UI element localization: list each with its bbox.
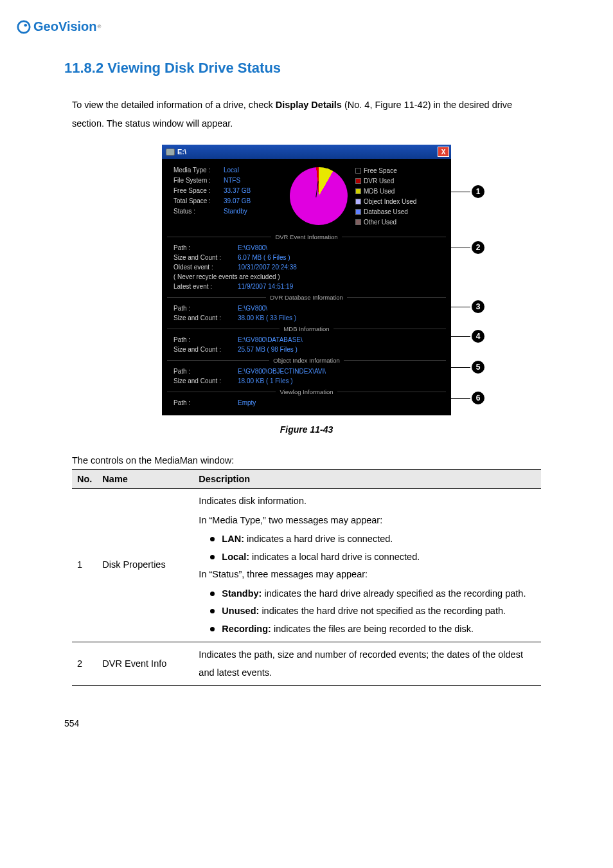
callout-1: 1 [472,185,484,198]
dvr-size-v: 6.07 MB ( 6 Files ) [238,253,290,262]
row1-b2b: Local: [222,552,249,562]
dvr-path-k: Path : [173,243,238,253]
row1-b3b: Standby: [222,588,262,599]
swatch-dvr [355,178,361,184]
value-total-space: 39.07 GB [224,196,281,206]
legend-free: Free Space [364,167,397,174]
swatch-free [355,168,361,174]
dvrdb-path-k: Path : [173,303,238,313]
obj-path-k: Path : [173,366,238,376]
row1-l3: In “Status”, three messages may appear: [199,566,536,584]
legend-db: Database Used [364,208,408,215]
group-dvr-db: DVR Database Information Path :E:\GV800\… [167,294,446,323]
label-media-type: Media Type : [173,165,224,176]
obj-size-v: 18.00 KB ( 1 Files ) [238,376,293,386]
geovision-icon [17,20,31,34]
dvr-oldest-v: 10/31/2007 20:24:38 [238,262,297,272]
group-label-obj: Object Index Information [269,357,344,364]
controls-table: No. Name Description 1 Disk Properties I… [72,469,541,686]
table-row: 2 DVR Event Info Indicates the path, siz… [72,642,541,686]
label-total-space: Total Space : [173,196,224,206]
group-label-dvr-db: DVR Database Information [266,294,347,301]
obj-path-v: E:\GV800\OBJECTINDEX\AVI\ [238,366,326,376]
svg-point-1 [24,23,27,26]
legend-dvr: DVR Used [364,177,394,185]
legend-other: Other Used [364,219,396,226]
callout-5: 5 [472,361,484,374]
dvrdb-path-v: E:\GV800\ [238,303,267,313]
row2-name: DVR Event Info [97,642,193,686]
th-desc: Description [193,470,541,489]
row2-desc: Indicates the path, size and number of r… [193,642,541,686]
row1-b1t: indicates a hard drive is connected. [244,534,393,544]
value-status: Standby [224,206,281,217]
titlebar: E:\ X [162,145,451,159]
mdb-size-k: Size and Count : [173,345,238,354]
dvr-note: ( Never recycle events are excluded ) [173,272,280,282]
mdb-path-k: Path : [173,335,238,345]
brand-sub: ® [98,24,102,30]
label-file-system: File System : [173,176,224,186]
mdb-size-v: 25.57 MB ( 98 Files ) [238,345,298,354]
brand-logo: GeoVision® [0,19,613,34]
group-mdb: MDB Information Path :E:\GV800\DATABASE\… [167,325,446,354]
group-obj: Object Index Information Path :E:\GV800\… [167,357,446,386]
th-no: No. [72,470,97,489]
obj-size-k: Size and Count : [173,376,238,386]
value-file-system: NTFS [224,176,281,186]
row1-b5b: Recording: [222,624,271,634]
dvr-latest-v: 11/9/2007 14:51:19 [238,282,293,291]
swatch-other [355,219,361,225]
row1-b2t: indicates a local hard drive is connecte… [249,552,420,562]
label-free-space: Free Space : [173,186,224,196]
dvr-latest-k: Latest event : [173,282,238,291]
label-status: Status : [173,206,224,217]
row1-desc: Indicates disk information. In “Media Ty… [193,489,541,642]
viewlog-path-v: Empty [238,398,256,408]
viewlog-path-k: Path : [173,398,238,408]
row1-b3t: indicates the hard drive already specifi… [262,588,526,599]
group-label-viewlog: Viewlog Information [276,388,337,395]
legend: Free Space DVR Used MDB Used Object Inde… [355,165,416,227]
table-row: 1 Disk Properties Indicates disk informa… [72,489,541,642]
row1-name: Disk Properties [97,489,193,642]
value-media-type: Local [224,165,281,176]
row2-no: 2 [72,642,97,686]
intro-paragraph: To view the detailed information of a dr… [0,96,613,133]
pie-chart [290,167,348,225]
dvr-path-v: E:\GV800\ [238,243,267,253]
swatch-obj [355,199,361,204]
section-title: 11.8.2 Viewing Disk Drive Status [0,60,613,77]
dvrdb-size-v: 38.00 KB ( 33 Files ) [238,313,296,323]
legend-mdb: MDB Used [364,188,395,195]
dvr-oldest-k: Oldest event : [173,262,238,272]
swatch-mdb [355,188,361,194]
window-title: E:\ [177,148,186,156]
intro-bold: Display Details [276,100,342,110]
brand-text: GeoVision [33,19,97,34]
row1-l1: Indicates disk information. [199,493,536,511]
group-label-dvr-event: DVR Event Information [271,233,341,240]
th-name: Name [97,470,193,489]
callout-6: 6 [472,392,484,404]
row1-no: 1 [72,489,97,642]
controls-intro: The controls on the MediaMan window: [0,455,613,466]
status-window: E:\ X Media Type : File System : Free Sp… [162,145,451,415]
group-label-mdb: MDB Information [280,325,333,332]
svg-point-0 [18,21,30,32]
group-viewlog: Viewlog Information Path :Empty [167,388,446,408]
row1-b1b: LAN: [222,534,244,544]
group-dvr-event: DVR Event Information Path :E:\GV800\ Si… [167,233,446,291]
close-icon: X [441,149,446,156]
figure-wrapper: E:\ X Media Type : File System : Free Sp… [162,145,451,415]
row1-b4b: Unused: [222,606,259,616]
value-free-space: 33.37 GB [224,186,281,196]
swatch-db [355,209,361,215]
dvr-size-k: Size and Count : [173,253,238,262]
close-button[interactable]: X [438,147,449,157]
callout-3: 3 [472,300,484,313]
figure-caption: Figure 11-43 [0,424,613,435]
drive-icon [166,149,175,156]
page-number: 554 [0,718,613,728]
disk-properties-panel: Media Type : File System : Free Space : … [162,159,451,231]
